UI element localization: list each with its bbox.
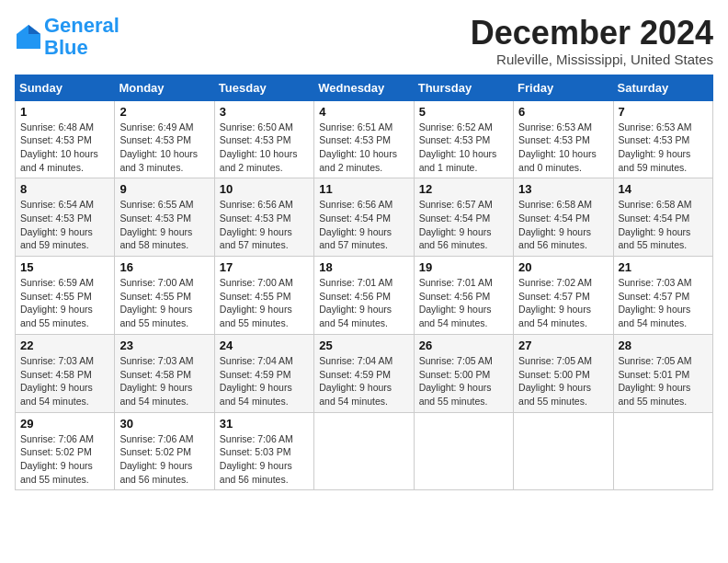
calendar-cell: 3Sunrise: 6:50 AM Sunset: 4:53 PM Daylig… [214,100,313,178]
day-number: 31 [220,417,309,431]
calendar-cell: 30Sunrise: 7:06 AM Sunset: 5:02 PM Dayli… [115,412,214,490]
day-info: Sunrise: 6:56 AM Sunset: 4:53 PM Dayligh… [220,198,309,252]
day-number: 2 [119,105,209,119]
day-info: Sunrise: 6:56 AM Sunset: 4:54 PM Dayligh… [319,198,408,252]
day-number: 29 [20,417,109,431]
day-info: Sunrise: 7:05 AM Sunset: 5:00 PM Dayligh… [419,354,508,408]
day-number: 6 [518,105,608,119]
weekday-header-friday: Friday [514,75,613,100]
day-number: 12 [419,182,508,196]
calendar-cell: 8Sunrise: 6:54 AM Sunset: 4:53 PM Daylig… [16,178,115,257]
calendar-cell: 7Sunrise: 6:53 AM Sunset: 4:53 PM Daylig… [613,100,712,178]
day-number: 16 [119,260,209,274]
day-number: 15 [20,260,109,274]
day-info: Sunrise: 7:02 AM Sunset: 4:57 PM Dayligh… [518,276,608,330]
day-number: 11 [319,182,408,196]
calendar-cell: 25Sunrise: 7:04 AM Sunset: 4:59 PM Dayli… [314,334,414,412]
day-number: 3 [220,105,309,119]
day-number: 14 [619,182,708,196]
day-info: Sunrise: 7:06 AM Sunset: 5:03 PM Dayligh… [220,432,309,487]
calendar-cell [613,412,712,490]
day-number: 26 [419,339,508,352]
calendar-cell: 15Sunrise: 6:59 AM Sunset: 4:55 PM Dayli… [16,257,115,335]
day-info: Sunrise: 6:58 AM Sunset: 4:54 PM Dayligh… [518,198,608,252]
calendar-cell: 11Sunrise: 6:56 AM Sunset: 4:54 PM Dayli… [314,178,414,257]
calendar-cell: 16Sunrise: 7:00 AM Sunset: 4:55 PM Dayli… [115,257,214,335]
calendar-table: SundayMondayTuesdayWednesdayThursdayFrid… [15,75,713,491]
day-number: 7 [619,105,708,119]
day-number: 21 [619,260,708,274]
day-info: Sunrise: 7:03 AM Sunset: 4:57 PM Dayligh… [619,276,708,330]
day-info: Sunrise: 6:55 AM Sunset: 4:53 PM Dayligh… [119,198,209,252]
page-header: General Blue December 2024 Ruleville, Mi… [15,15,713,67]
day-info: Sunrise: 6:49 AM Sunset: 4:53 PM Dayligh… [119,121,209,175]
logo: General Blue [15,15,119,59]
calendar-cell: 5Sunrise: 6:52 AM Sunset: 4:53 PM Daylig… [414,100,513,178]
week-row-5: 29Sunrise: 7:06 AM Sunset: 5:02 PM Dayli… [16,412,713,490]
day-info: Sunrise: 6:53 AM Sunset: 4:53 PM Dayligh… [518,121,608,175]
calendar-cell [514,412,613,490]
calendar-cell: 14Sunrise: 6:58 AM Sunset: 4:54 PM Dayli… [613,178,712,257]
day-info: Sunrise: 7:04 AM Sunset: 4:59 PM Dayligh… [220,354,309,408]
day-number: 23 [119,339,209,352]
calendar-cell: 6Sunrise: 6:53 AM Sunset: 4:53 PM Daylig… [514,100,613,178]
week-row-3: 15Sunrise: 6:59 AM Sunset: 4:55 PM Dayli… [16,257,713,335]
day-info: Sunrise: 6:53 AM Sunset: 4:53 PM Dayligh… [619,121,708,175]
day-number: 13 [518,182,608,196]
calendar-cell: 1Sunrise: 6:48 AM Sunset: 4:53 PM Daylig… [16,100,115,178]
day-info: Sunrise: 6:48 AM Sunset: 4:53 PM Dayligh… [20,121,109,175]
day-number: 24 [220,339,309,352]
day-number: 27 [518,339,608,352]
day-info: Sunrise: 7:01 AM Sunset: 4:56 PM Dayligh… [319,276,408,330]
calendar-cell: 21Sunrise: 7:03 AM Sunset: 4:57 PM Dayli… [613,257,712,335]
day-info: Sunrise: 6:58 AM Sunset: 4:54 PM Dayligh… [619,198,708,252]
calendar-cell [414,412,513,490]
day-info: Sunrise: 6:57 AM Sunset: 4:54 PM Dayligh… [419,198,508,252]
day-info: Sunrise: 6:52 AM Sunset: 4:53 PM Dayligh… [419,121,508,175]
calendar-cell: 31Sunrise: 7:06 AM Sunset: 5:03 PM Dayli… [214,412,313,490]
day-number: 8 [20,182,109,196]
day-info: Sunrise: 7:01 AM Sunset: 4:56 PM Dayligh… [419,276,508,330]
location: Ruleville, Mississippi, United States [471,52,713,67]
calendar-cell: 4Sunrise: 6:51 AM Sunset: 4:53 PM Daylig… [314,100,414,178]
day-number: 28 [619,339,708,352]
weekday-header-row: SundayMondayTuesdayWednesdayThursdayFrid… [16,75,713,100]
day-info: Sunrise: 7:04 AM Sunset: 4:59 PM Dayligh… [319,354,408,408]
calendar-cell: 29Sunrise: 7:06 AM Sunset: 5:02 PM Dayli… [16,412,115,490]
calendar-cell: 17Sunrise: 7:00 AM Sunset: 4:55 PM Dayli… [214,257,313,335]
calendar-cell: 10Sunrise: 6:56 AM Sunset: 4:53 PM Dayli… [214,178,313,257]
calendar-cell: 26Sunrise: 7:05 AM Sunset: 5:00 PM Dayli… [414,334,513,412]
day-number: 1 [20,105,109,119]
logo-icon [15,23,42,51]
day-info: Sunrise: 6:50 AM Sunset: 4:53 PM Dayligh… [220,121,309,175]
calendar-cell: 9Sunrise: 6:55 AM Sunset: 4:53 PM Daylig… [115,178,214,257]
calendar-cell: 27Sunrise: 7:05 AM Sunset: 5:00 PM Dayli… [514,334,613,412]
day-info: Sunrise: 7:05 AM Sunset: 5:00 PM Dayligh… [518,354,608,408]
day-info: Sunrise: 7:03 AM Sunset: 4:58 PM Dayligh… [20,354,109,408]
day-number: 10 [220,182,309,196]
day-info: Sunrise: 7:05 AM Sunset: 5:01 PM Dayligh… [619,354,708,408]
calendar-cell: 20Sunrise: 7:02 AM Sunset: 4:57 PM Dayli… [514,257,613,335]
weekday-header-thursday: Thursday [414,75,513,100]
calendar-cell: 28Sunrise: 7:05 AM Sunset: 5:01 PM Dayli… [613,334,712,412]
svg-marker-1 [28,25,40,34]
calendar-cell: 22Sunrise: 7:03 AM Sunset: 4:58 PM Dayli… [16,334,115,412]
calendar-cell: 12Sunrise: 6:57 AM Sunset: 4:54 PM Dayli… [414,178,513,257]
day-info: Sunrise: 6:51 AM Sunset: 4:53 PM Dayligh… [319,121,408,175]
day-number: 18 [319,260,408,274]
logo-line2: Blue [44,36,88,59]
calendar-cell: 2Sunrise: 6:49 AM Sunset: 4:53 PM Daylig… [115,100,214,178]
day-info: Sunrise: 7:06 AM Sunset: 5:02 PM Dayligh… [119,432,209,487]
day-info: Sunrise: 6:59 AM Sunset: 4:55 PM Dayligh… [20,276,109,330]
calendar-cell: 18Sunrise: 7:01 AM Sunset: 4:56 PM Dayli… [314,257,414,335]
week-row-1: 1Sunrise: 6:48 AM Sunset: 4:53 PM Daylig… [16,100,713,178]
day-info: Sunrise: 7:06 AM Sunset: 5:02 PM Dayligh… [20,432,109,487]
day-number: 22 [20,339,109,352]
logo-text: General Blue [44,15,119,59]
calendar-cell: 23Sunrise: 7:03 AM Sunset: 4:58 PM Dayli… [115,334,214,412]
calendar-cell: 13Sunrise: 6:58 AM Sunset: 4:54 PM Dayli… [514,178,613,257]
title-area: December 2024 Ruleville, Mississippi, Un… [471,15,713,67]
weekday-header-wednesday: Wednesday [314,75,414,100]
day-number: 5 [419,105,508,119]
day-info: Sunrise: 7:00 AM Sunset: 4:55 PM Dayligh… [220,276,309,330]
